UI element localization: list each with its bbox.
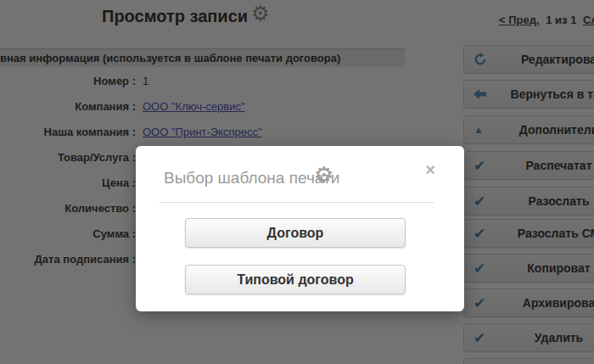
template-button-contract[interactable]: Договор [185, 218, 406, 248]
close-icon[interactable]: × [425, 161, 435, 178]
print-template-dialog: Выбор шаблона печати ⚙ × Договор Типовой… [136, 146, 464, 311]
template-button-standard-contract[interactable]: Типовой договор [185, 265, 406, 294]
dialog-divider [160, 202, 434, 203]
dialog-gear-icon[interactable]: ⚙ [314, 164, 333, 186]
